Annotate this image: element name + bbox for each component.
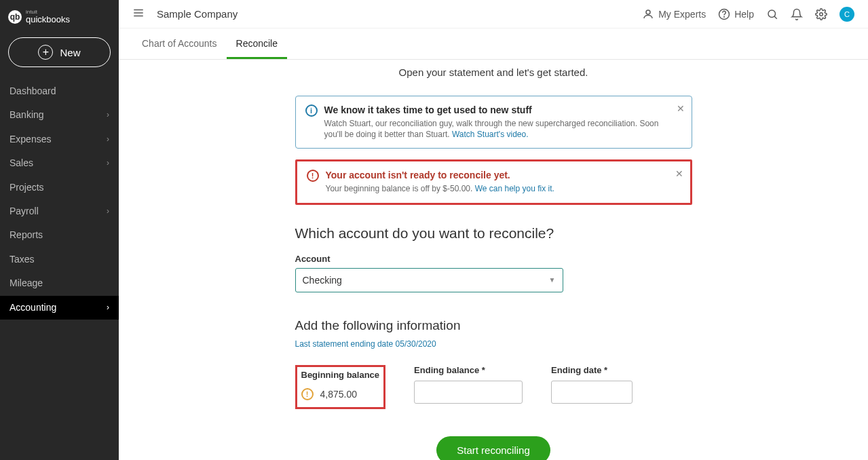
error-alert-title: Your account isn't ready to reconcile ye…: [326, 170, 554, 180]
logo-text: intuit quickbooks: [26, 9, 70, 24]
sidebar-item-taxes[interactable]: Taxes: [0, 248, 119, 271]
warning-icon: !: [301, 388, 314, 400]
close-icon[interactable]: ✕: [675, 168, 683, 179]
sidebar-item-label: Banking: [10, 110, 44, 120]
reconcile-form: Which account do you want to reconcile? …: [295, 216, 692, 460]
fields-row: Beginning balance ! 4,875.00 Ending bala…: [295, 365, 692, 409]
content: Open your statement and let's get starte…: [119, 60, 868, 460]
sidebar-item-reports[interactable]: Reports: [0, 223, 119, 247]
ending-balance-input[interactable]: [414, 381, 523, 404]
my-experts-link[interactable]: My Experts: [642, 8, 706, 20]
info-icon: i: [305, 104, 318, 117]
ending-balance-label: Ending balance *: [414, 365, 523, 375]
sidebar-item-expenses[interactable]: Expenses›: [0, 128, 119, 151]
nav-list: DashboardBanking›Expenses›Sales›Projects…: [0, 79, 119, 320]
error-alert-link[interactable]: We can help you fix it.: [475, 184, 554, 193]
svg-point-5: [724, 16, 725, 17]
sidebar-item-dashboard[interactable]: Dashboard: [0, 79, 119, 103]
notifications-icon[interactable]: [791, 8, 803, 20]
logo-icon: qb: [8, 10, 22, 24]
account-label: Account: [295, 254, 692, 264]
chevron-right-icon: ›: [107, 111, 109, 119]
last-statement-link[interactable]: Last statement ending date 05/30/2020: [295, 339, 436, 349]
sidebar-item-label: Sales: [10, 158, 33, 168]
sidebar-item-label: Dashboard: [10, 86, 56, 96]
ending-date-field: Ending date *: [551, 365, 633, 404]
question-heading: Which account do you want to reconcile?: [295, 225, 692, 242]
sidebar-item-accounting[interactable]: Accounting›: [0, 296, 119, 320]
sidebar-item-label: Reports: [10, 230, 43, 240]
beginning-balance-label: Beginning balance: [301, 370, 380, 380]
ending-balance-field: Ending balance *: [414, 365, 523, 404]
sidebar-item-sales[interactable]: Sales›: [0, 151, 119, 175]
sidebar-item-projects[interactable]: Projects: [0, 176, 119, 199]
chevron-down-icon: ▼: [549, 276, 556, 284]
sidebar-item-label: Expenses: [10, 134, 51, 145]
beginning-balance-value: 4,875.00: [320, 389, 358, 400]
sidebar-item-banking[interactable]: Banking›: [0, 103, 119, 127]
sidebar-item-label: Projects: [10, 183, 44, 193]
chevron-right-icon: ›: [107, 159, 109, 168]
close-icon[interactable]: ✕: [677, 103, 685, 114]
chevron-right-icon: ›: [107, 207, 109, 216]
error-alert: ! Your account isn't ready to reconcile …: [295, 159, 692, 204]
account-select[interactable]: Checking ▼: [295, 268, 563, 292]
svg-point-6: [768, 10, 776, 18]
error-alert-body: Your beginning balance is off by $-50.00…: [326, 183, 554, 194]
sub-heading: Add the following information: [295, 318, 692, 333]
error-icon: !: [307, 170, 319, 182]
tab-chart-of-accounts[interactable]: Chart of Accounts: [132, 28, 227, 59]
sidebar: qb intuit quickbooks + New DashboardBank…: [0, 0, 119, 460]
chevron-right-icon: ›: [107, 303, 109, 312]
info-alert-body: Watch Stuart, our reconciliation guy, wa…: [324, 118, 671, 140]
settings-icon[interactable]: [815, 8, 827, 20]
sidebar-item-label: Payroll: [10, 206, 39, 216]
main: Sample Company My Experts Help C Chart o…: [119, 0, 868, 460]
svg-point-3: [646, 10, 650, 14]
new-button-label: New: [60, 47, 80, 58]
my-experts-label: My Experts: [658, 9, 706, 20]
info-alert: i We know it takes time to get used to n…: [295, 96, 692, 149]
avatar[interactable]: C: [839, 7, 854, 22]
tab-reconcile[interactable]: Reconcile: [227, 28, 287, 59]
sidebar-item-label: Accounting: [10, 303, 56, 313]
beginning-balance-field: Beginning balance ! 4,875.00: [295, 365, 386, 409]
sidebar-item-label: Mileage: [10, 278, 43, 288]
ending-date-label: Ending date *: [551, 365, 633, 375]
info-alert-link[interactable]: Watch Stuart's video.: [452, 130, 529, 139]
svg-line-7: [774, 16, 777, 19]
intro-text: Open your statement and let's get starte…: [399, 60, 588, 96]
start-reconciling-button[interactable]: Start reconciling: [436, 436, 550, 460]
account-select-value: Checking: [303, 275, 342, 286]
logo[interactable]: qb intuit quickbooks: [0, 5, 119, 31]
chevron-right-icon: ›: [107, 135, 109, 144]
tabs: Chart of AccountsReconcile: [119, 28, 868, 60]
svg-point-8: [820, 12, 823, 16]
sidebar-item-mileage[interactable]: Mileage: [0, 271, 119, 295]
sidebar-item-payroll[interactable]: Payroll›: [0, 199, 119, 223]
search-icon[interactable]: [766, 8, 778, 20]
ending-date-input[interactable]: [551, 381, 633, 404]
help-link[interactable]: Help: [718, 8, 754, 20]
topbar: Sample Company My Experts Help C: [119, 0, 868, 28]
help-label: Help: [734, 9, 754, 20]
plus-icon: +: [38, 45, 53, 60]
sidebar-item-label: Taxes: [10, 254, 35, 265]
info-alert-title: We know it takes time to get used to new…: [324, 104, 671, 115]
new-button[interactable]: + New: [8, 37, 111, 67]
company-name[interactable]: Sample Company: [157, 8, 238, 20]
menu-icon[interactable]: [132, 7, 145, 22]
